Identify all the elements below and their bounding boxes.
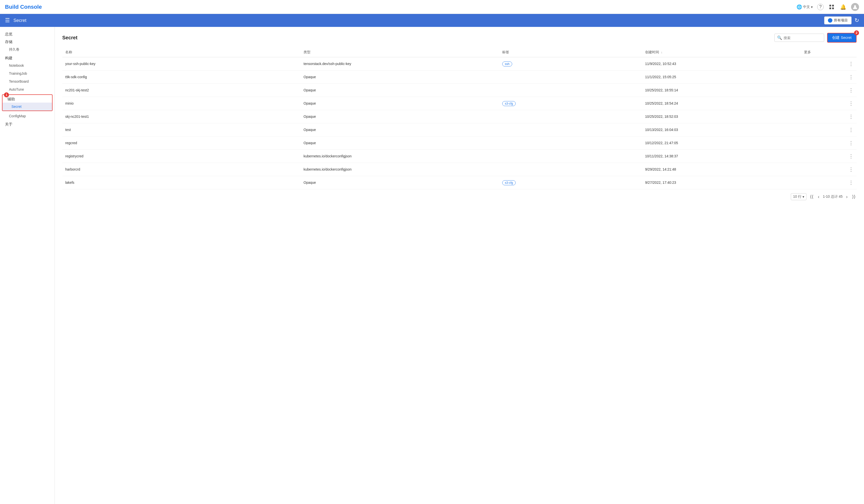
- bell-icon[interactable]: 🔔: [840, 3, 847, 11]
- sidebar-item-overview[interactable]: 总览: [0, 30, 55, 38]
- create-button-badge: 2: [854, 31, 859, 35]
- language-selector[interactable]: 🌐 中文 ▾: [796, 4, 813, 10]
- more-menu-button[interactable]: ⋮: [849, 140, 853, 146]
- cell-time: 9/27/2022, 17:40:23: [642, 176, 801, 189]
- more-menu-button[interactable]: ⋮: [849, 74, 853, 80]
- cell-time: 10/12/2022, 21:47:05: [642, 136, 801, 149]
- sidebar-item-tensorboard[interactable]: TensorBoard: [0, 77, 55, 85]
- sidebar-item-autotune[interactable]: AutoTune: [0, 85, 55, 93]
- menu-icon[interactable]: ☰: [5, 17, 10, 24]
- cell-type: Opaque: [301, 84, 499, 97]
- refresh-icon[interactable]: ↻: [854, 17, 859, 24]
- tag-badge: s3-cfg: [502, 180, 516, 185]
- svg-rect-3: [832, 8, 834, 9]
- sub-header: ☰ Secret 所有项目 ↻: [0, 14, 864, 27]
- next-page-button[interactable]: ›: [845, 194, 849, 200]
- cell-tag: s3-cfg: [499, 176, 642, 189]
- col-header-more: 更多: [801, 48, 856, 57]
- all-projects-button[interactable]: 所有项目: [824, 16, 852, 24]
- top-navigation: Build Console 🌐 中文 ▾ ? 🔔: [0, 0, 864, 14]
- content-title: Secret: [62, 35, 775, 40]
- sidebar-item-storage[interactable]: 存储: [0, 38, 55, 45]
- cell-tag: ssh: [499, 57, 642, 71]
- col-header-type: 类型: [301, 48, 499, 57]
- more-menu-button[interactable]: ⋮: [849, 166, 853, 172]
- sidebar-item-about[interactable]: 关于: [0, 120, 55, 128]
- cell-name: lakefs: [62, 176, 301, 189]
- cell-type: Opaque: [301, 176, 499, 189]
- cell-tag: [499, 110, 642, 123]
- cell-more: ⋮: [801, 176, 856, 189]
- grid-icon[interactable]: [828, 3, 835, 11]
- sidebar-badge: 1: [4, 92, 9, 97]
- cell-time: 10/25/2022, 18:54:24: [642, 97, 801, 110]
- more-menu-button[interactable]: ⋮: [849, 113, 853, 120]
- rows-per-page-selector[interactable]: 10 行 ▾: [791, 193, 806, 200]
- table-row: t9k-sdk-configOpaque11/1/2022, 15:05:25⋮: [62, 71, 856, 84]
- main-content: Secret 🔍 ✕ 创建 Secret 2 名称 类型 标签 创建时间 ↓ 更…: [55, 27, 864, 504]
- search-icon: 🔍: [777, 35, 782, 40]
- more-menu-button[interactable]: ⋮: [849, 180, 853, 185]
- cell-name: harborcrd: [62, 163, 301, 176]
- rows-chevron-icon: ▾: [803, 195, 804, 199]
- globe-icon: [828, 18, 832, 23]
- cell-time: 10/25/2022, 18:52:03: [642, 110, 801, 123]
- sidebar-item-aux[interactable]: 辅助: [2, 95, 52, 103]
- prev-page-button[interactable]: ‹: [817, 194, 820, 200]
- last-page-button[interactable]: ⟩⟩: [851, 193, 856, 200]
- help-icon[interactable]: ?: [817, 4, 824, 10]
- cell-more: ⋮: [801, 163, 856, 176]
- more-menu-button[interactable]: ⋮: [849, 153, 853, 159]
- cell-time: 9/29/2022, 14:21:48: [642, 163, 801, 176]
- top-nav-right: 🌐 中文 ▾ ? 🔔: [796, 3, 859, 11]
- sidebar-item-configmap[interactable]: ConfigMap: [0, 112, 55, 120]
- all-projects-label: 所有项目: [834, 18, 848, 23]
- cell-tag: [499, 84, 642, 97]
- avatar[interactable]: [851, 3, 859, 11]
- chevron-down-icon: ▾: [811, 5, 813, 9]
- col-header-time[interactable]: 创建时间 ↓: [642, 48, 801, 57]
- sub-header-right: 所有项目 ↻: [824, 16, 859, 24]
- cell-tag: [499, 136, 642, 149]
- pagination-range: 1-10 总计 45: [823, 194, 843, 199]
- sidebar-item-trainingjob[interactable]: TrainingJob: [0, 70, 55, 77]
- cell-time: 10/13/2022, 16:04:03: [642, 123, 801, 136]
- sidebar-aux-section: 1 辅助 Secret: [2, 94, 52, 111]
- col-header-tag: 标签: [499, 48, 642, 57]
- table-row: harborcrdkubernetes.io/dockerconfigjson9…: [62, 163, 856, 176]
- secrets-table: 名称 类型 标签 创建时间 ↓ 更多 your-ssh-public-keyte…: [62, 48, 856, 189]
- search-input[interactable]: [783, 36, 827, 40]
- svg-point-4: [854, 5, 856, 7]
- cell-type: Opaque: [301, 71, 499, 84]
- cell-time: 11/9/2022, 10:52:43: [642, 57, 801, 71]
- more-menu-button[interactable]: ⋮: [849, 61, 853, 67]
- cell-name: nc201-skj-test2: [62, 84, 301, 97]
- table-row: regcredOpaque10/12/2022, 21:47:05⋮: [62, 136, 856, 149]
- rows-label: 10 行: [793, 194, 801, 199]
- search-box[interactable]: 🔍 ✕: [775, 34, 824, 42]
- table-row: your-ssh-public-keytensorstack.dev/ssh-p…: [62, 57, 856, 71]
- cell-tag: s3-cfg: [499, 97, 642, 110]
- create-secret-button[interactable]: 创建 Secret: [827, 33, 856, 43]
- sidebar: 总览 存储 持久卷 构建 Notebook TrainingJob Tensor…: [0, 27, 55, 504]
- cell-type: Opaque: [301, 97, 499, 110]
- cell-name: t9k-sdk-config: [62, 71, 301, 84]
- more-menu-button[interactable]: ⋮: [849, 127, 853, 133]
- cell-tag: [499, 71, 642, 84]
- cell-name: minio: [62, 97, 301, 110]
- first-page-button[interactable]: ⟨⟨: [809, 193, 814, 200]
- sort-icon: ↓: [661, 50, 662, 54]
- cell-type: tensorstack.dev/ssh-public-key: [301, 57, 499, 71]
- sidebar-item-secret[interactable]: Secret: [2, 103, 52, 110]
- cell-type: kubernetes.io/dockerconfigjson: [301, 163, 499, 176]
- sidebar-item-notebook[interactable]: Notebook: [0, 61, 55, 70]
- table-row: lakefsOpaques3-cfg9/27/2022, 17:40:23⋮: [62, 176, 856, 189]
- more-menu-button[interactable]: ⋮: [849, 100, 853, 106]
- cell-type: Opaque: [301, 110, 499, 123]
- more-menu-button[interactable]: ⋮: [849, 87, 853, 93]
- sidebar-item-build[interactable]: 构建: [0, 54, 55, 61]
- table-row: testOpaque10/13/2022, 16:04:03⋮: [62, 123, 856, 136]
- sidebar-item-pvc[interactable]: 持久卷: [0, 45, 55, 54]
- cell-more: ⋮: [801, 84, 856, 97]
- cell-name: registrycred: [62, 149, 301, 163]
